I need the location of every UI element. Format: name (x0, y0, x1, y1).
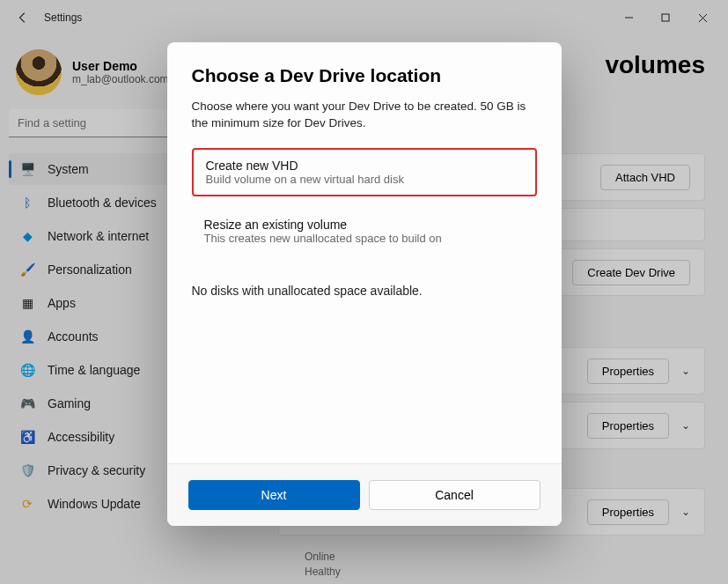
option-subtitle: Build volume on a new virtual hard disk (206, 173, 523, 186)
dialog-title: Choose a Dev Drive location (192, 65, 537, 86)
next-button[interactable]: Next (188, 480, 360, 510)
cancel-button[interactable]: Cancel (369, 480, 540, 510)
option-subtitle: This creates new unallocated space to bu… (204, 232, 525, 245)
dev-drive-location-dialog: Choose a Dev Drive location Choose where… (167, 42, 562, 526)
option-create-new-vhd[interactable]: Create new VHD Build volume on a new vir… (192, 148, 537, 196)
option-title: Create new VHD (206, 159, 523, 173)
dialog-footer: Next Cancel (167, 463, 562, 526)
modal-backdrop: Choose a Dev Drive location Choose where… (0, 0, 728, 584)
option-title: Resize an existing volume (204, 218, 525, 232)
dialog-description: Choose where you want your Dev Drive to … (192, 99, 537, 132)
no-disks-message: No disks with unallocated space availabl… (192, 284, 537, 298)
option-resize-volume[interactable]: Resize an existing volume This creates n… (192, 209, 537, 254)
